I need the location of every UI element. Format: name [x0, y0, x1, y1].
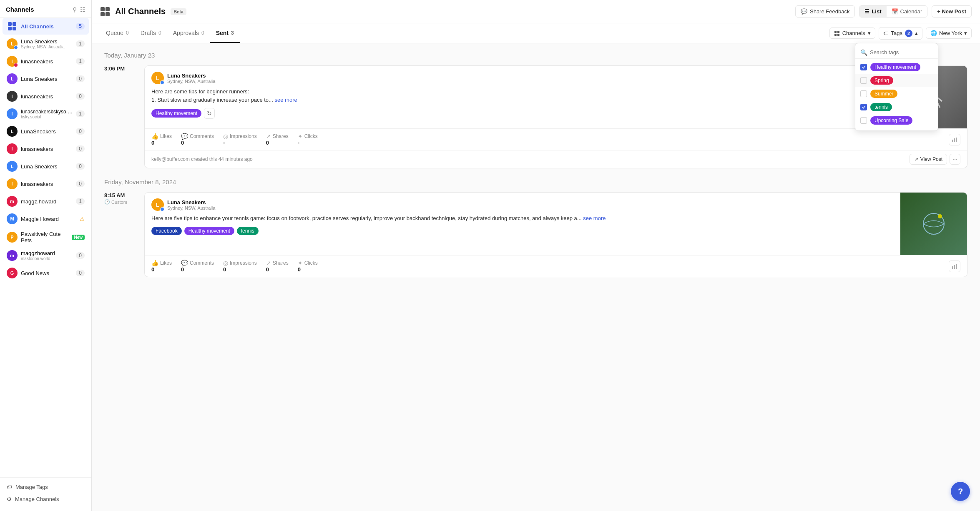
- search-icon[interactable]: ⚲: [73, 6, 77, 13]
- see-more-link-2[interactable]: see more: [583, 215, 606, 221]
- sidebar-item-lunasneakers-1[interactable]: l lunasneakers 1: [3, 53, 89, 70]
- location-filter-button[interactable]: 🌐 New York ▾: [926, 28, 972, 39]
- avatar: L: [7, 73, 18, 84]
- shares-value: 0: [266, 140, 269, 146]
- manage-tags-item[interactable]: 🏷 Manage Tags: [3, 481, 89, 493]
- impressions-label: Impressions: [230, 133, 257, 139]
- tag-option-upcoming-sale[interactable]: Upcoming Sale: [855, 114, 938, 127]
- manage-channels-label: Manage Channels: [15, 496, 59, 502]
- clicks-label-2: Clicks: [304, 260, 318, 266]
- sidebar-item-maggz[interactable]: m maggz.howard 1: [3, 193, 89, 210]
- tag-checkbox-tennis[interactable]: [860, 104, 867, 110]
- sidebar-item-lunasneakers-3[interactable]: l lunasneakers 0: [3, 140, 89, 157]
- tag-tennis[interactable]: tennis: [237, 227, 259, 235]
- list-view-button[interactable]: ☰ List: [859, 6, 886, 17]
- channels-filter-button[interactable]: Channels ▾: [829, 28, 875, 39]
- new-post-button[interactable]: + New Post: [932, 5, 972, 18]
- sidebar-item-lunasneakers-bsky[interactable]: l lunasneakersbskyso.bsky.s bsky.social …: [3, 105, 89, 122]
- sidebar-item-luna-3[interactable]: L Luna Sneakers 0: [3, 158, 89, 175]
- chevron-down-icon: ▾: [868, 30, 871, 36]
- date-heading-today: Today, January 23: [104, 52, 967, 59]
- sidebar-item-luna-2[interactable]: L Luna Sneakers 0: [3, 70, 89, 87]
- calendar-icon: 📅: [892, 8, 898, 15]
- svg-rect-6: [101, 12, 105, 16]
- author-info-2: Luna Sneakers Sydney, NSW, Australia: [167, 199, 215, 210]
- svg-rect-8: [834, 31, 837, 33]
- sidebar-item-maggzhoward[interactable]: m maggzhoward mastodon.world 0: [3, 247, 89, 264]
- tab-sent-count: 3: [231, 30, 234, 36]
- tag-checkbox-summer[interactable]: [860, 90, 867, 97]
- channel-count: 0: [76, 145, 85, 152]
- tag-healthy-movement-2[interactable]: Healthy movement: [184, 227, 234, 235]
- tab-approvals[interactable]: Approvals 0: [167, 23, 210, 43]
- tag-healthy-movement[interactable]: Healthy movement: [151, 109, 201, 118]
- help-button[interactable]: ?: [951, 482, 970, 501]
- sidebar-item-maggie[interactable]: M Maggie Howard ⚠: [3, 210, 89, 227]
- svg-rect-7: [106, 12, 110, 16]
- date-label-2: Friday,: [104, 178, 125, 185]
- sidebar-item-all-channels[interactable]: All Channels 5: [3, 18, 89, 35]
- tag-option-tennis[interactable]: tennis: [855, 100, 938, 114]
- author-avatar-container-2: L: [151, 198, 164, 211]
- tag-facebook[interactable]: Facebook: [151, 227, 182, 235]
- avatar: G: [7, 268, 18, 278]
- avatar: l: [7, 56, 18, 67]
- svg-rect-15: [956, 138, 957, 142]
- likes-icon: 👍: [151, 133, 158, 140]
- manage-channels-item[interactable]: ⚙ Manage Channels: [3, 493, 89, 505]
- channel-name: LunaSneakers: [21, 128, 73, 135]
- view-post-button[interactable]: ↗ View Post: [910, 154, 947, 165]
- calendar-view-button[interactable]: 📅 Calendar: [887, 6, 927, 17]
- sidebar-item-luna-x[interactable]: L LunaSneakers 0: [3, 123, 89, 140]
- tab-drafts[interactable]: Drafts 0: [135, 23, 167, 43]
- tags-filter-label: Tags: [891, 30, 902, 36]
- more-options-button[interactable]: ⋯: [950, 154, 960, 165]
- sidebar-item-lunasneakers-2[interactable]: l lunasneakers 0: [3, 88, 89, 105]
- share-feedback-button[interactable]: 💬 Share Feedback: [795, 5, 855, 18]
- tag-option-summer[interactable]: Summer: [855, 87, 938, 100]
- sidebar-item-lunasneakers-4[interactable]: l lunasneakers 0: [3, 175, 89, 192]
- see-more-link[interactable]: see more: [275, 97, 297, 103]
- post-card-content-2: L Luna Sneakers Sydney, NSW, Australia: [145, 193, 900, 255]
- sidebar-item-pawsitively[interactable]: P Pawsitively Cute Pets New: [3, 228, 89, 246]
- post-tags-2: Facebook Healthy movement tennis: [151, 227, 894, 235]
- analytics-button-2[interactable]: [949, 261, 960, 272]
- warning-icon: ⚠: [80, 216, 85, 222]
- avatar: L: [7, 161, 18, 172]
- new-post-label: + New Post: [937, 8, 966, 15]
- layout-icon[interactable]: ☷: [80, 6, 85, 13]
- svg-rect-19: [954, 265, 955, 269]
- tag-checkbox-spring[interactable]: [860, 77, 867, 84]
- refresh-tags-button[interactable]: ↻: [204, 108, 215, 119]
- sidebar-item-luna-1[interactable]: L Luna Sneakers Sydney, NSW, Australia 1: [3, 35, 89, 52]
- tab-sent[interactable]: Sent 3: [210, 23, 240, 43]
- list-label: List: [872, 8, 881, 15]
- channel-sublabel: bsky.social: [21, 115, 73, 119]
- location-label: New York: [939, 30, 962, 36]
- sidebar: Channels ⚲ ☷ All Channels 5 L Luna Sneak…: [0, 0, 92, 511]
- sidebar-item-good-news[interactable]: G Good News 0: [3, 265, 89, 281]
- svg-rect-1: [13, 22, 16, 26]
- sidebar-header-actions[interactable]: ⚲ ☷: [73, 6, 85, 13]
- author-avatar: L: [151, 72, 164, 84]
- tag-option-healthy[interactable]: Healthy movement: [855, 60, 938, 74]
- likes-label-2: Likes: [160, 260, 172, 266]
- tag-checkbox-upcoming-sale[interactable]: [860, 117, 867, 124]
- clicks-value-2: 0: [298, 266, 301, 273]
- comments-value: 0: [181, 140, 184, 146]
- tag-option-spring[interactable]: Spring: [855, 74, 938, 87]
- tab-queue-count: 0: [126, 30, 129, 36]
- analytics-button[interactable]: [949, 134, 960, 145]
- clock-icon: 🕐: [104, 199, 110, 205]
- tab-queue[interactable]: Queue 0: [100, 23, 135, 43]
- post-author-2: L Luna Sneakers Sydney, NSW, Australia: [151, 198, 894, 211]
- new-badge: New: [72, 235, 85, 240]
- tags-filter-button[interactable]: 🏷 Tags 2 ▴: [879, 27, 922, 40]
- post-card-content: L Luna Sneakers Sydney, NSW, Australia: [145, 66, 900, 128]
- stat-likes: 👍 Likes 0: [151, 133, 172, 146]
- channels-filter-label: Channels: [842, 30, 865, 36]
- avatar: L: [7, 38, 18, 49]
- avatar: l: [7, 108, 18, 119]
- tags-search-input[interactable]: [870, 49, 933, 55]
- tag-checkbox-healthy[interactable]: [860, 64, 867, 70]
